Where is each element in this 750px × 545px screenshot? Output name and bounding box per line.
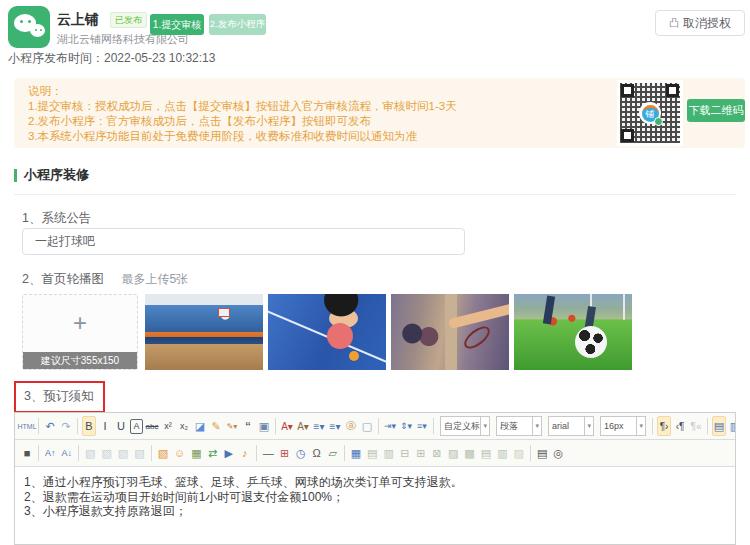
template-icon[interactable]: ▣ — [257, 416, 271, 436]
paragraph-spacing-icon[interactable]: ≡▾ — [415, 416, 429, 436]
blockquote-icon[interactable]: “ — [241, 416, 255, 436]
toolbar-separator — [378, 418, 379, 434]
toolbar-separator — [77, 418, 78, 434]
annotation-highlight-box: 3、预订须知 — [14, 381, 105, 413]
italic-icon[interactable]: I — [98, 416, 112, 436]
font-border-icon[interactable]: A — [130, 419, 143, 434]
unordered-list-icon[interactable]: ≡▾ — [328, 416, 342, 436]
rtl-direction-icon[interactable]: ‹¶ — [673, 416, 687, 436]
toolbar-separator — [38, 445, 39, 461]
carousel-image-badminton[interactable] — [391, 294, 509, 370]
to-lowercase-icon[interactable]: A↓ — [60, 443, 75, 463]
carousel-label: 2、首页轮播图 — [22, 272, 104, 286]
carousel-label-row: 2、首页轮播图 最多上传5张 — [22, 271, 188, 288]
carousel-row: + 建议尺寸355x150 — [22, 294, 637, 370]
carousel-image-football[interactable] — [514, 294, 632, 370]
scrawl-icon[interactable]: ⇄ — [206, 443, 220, 463]
insert-audio-icon[interactable]: ♪ — [238, 443, 252, 463]
font-family-dropdown[interactable]: arial▾ — [548, 416, 594, 436]
football-shape — [575, 326, 607, 358]
image-center-icon[interactable]: ▧ — [116, 443, 130, 463]
text-direction-icon[interactable]: ¶« — [689, 416, 703, 436]
insert-image-icon[interactable]: ▧ — [156, 443, 170, 463]
align-left-icon[interactable]: ▤ — [712, 416, 726, 436]
split-cells-icon[interactable]: ▩ — [462, 443, 476, 463]
format-brush-icon[interactable]: ✎ — [209, 416, 223, 436]
insert-date-icon[interactable]: ⊞ — [278, 443, 292, 463]
custom-title-dropdown[interactable]: 自定义标题▾ — [440, 416, 490, 436]
toolbar-separator — [344, 445, 345, 461]
line-height-icon[interactable]: ⇕▾ — [399, 416, 413, 436]
emotion-icon[interactable]: ☺ — [172, 443, 187, 463]
insert-map-icon[interactable]: ▱ — [326, 443, 340, 463]
special-chars-icon[interactable]: Ω — [310, 443, 324, 463]
section-title: 小程序装修 — [24, 166, 89, 184]
auto-typeset-icon[interactable]: ✎▾ — [225, 416, 239, 436]
align-center-icon[interactable]: ▥ — [728, 416, 735, 436]
subscript-icon[interactable]: x₂ — [177, 416, 191, 436]
editor-content-area[interactable]: 1、通过小程序预订羽毛球、篮球、足球、乒乓球、网球的场次类订单可支持退款。2、退… — [15, 467, 735, 545]
to-uppercase-icon[interactable]: A↑ — [43, 443, 58, 463]
cancel-auth-label: 取消授权 — [683, 15, 731, 32]
chevron-down-icon: ▾ — [532, 417, 541, 435]
carousel-image-basketball-court[interactable] — [145, 294, 263, 370]
editor-content-line: 1、通过小程序预订羽毛球、篮球、足球、乒乓球、网球的场次类订单可支持退款。 — [24, 475, 726, 490]
toolbar-separator — [652, 418, 653, 434]
insert-table-icon[interactable]: ▦ — [349, 443, 363, 463]
print-icon[interactable]: ▤ — [535, 443, 549, 463]
qr-center-logo: 铺 — [639, 102, 661, 124]
wechat-bubble-icon — [30, 24, 45, 37]
cancel-auth-button[interactable]: 凸 取消授权 — [655, 10, 745, 36]
announcement-input[interactable] — [22, 228, 465, 255]
plus-icon: + — [23, 309, 137, 337]
basketball-backboard-shape — [218, 308, 230, 317]
merge-cells-icon[interactable]: ▨ — [446, 443, 460, 463]
table-title-icon[interactable]: ▤ — [479, 443, 493, 463]
image-left-icon[interactable]: ▧ — [99, 443, 113, 463]
superscript-icon[interactable]: x² — [161, 416, 175, 436]
bold-icon[interactable]: B — [82, 416, 96, 436]
delete-col-icon[interactable]: ⊠ — [430, 443, 444, 463]
highlight-color-icon[interactable]: A▾ — [296, 416, 310, 436]
wechat-app-icon — [8, 6, 50, 48]
sort-table-icon[interactable]: ▥ — [495, 443, 509, 463]
image-right-icon[interactable]: ▧ — [132, 443, 146, 463]
font-size-dropdown-value: 16px — [601, 421, 636, 431]
ordered-list-icon[interactable]: ≡▾ — [312, 416, 326, 436]
eraser-icon[interactable]: ◪ — [193, 416, 207, 436]
insert-video-icon[interactable]: ▶ — [222, 443, 236, 463]
chevron-down-icon: ▾ — [636, 417, 645, 435]
indent-icon[interactable]: ⇥▾ — [383, 416, 397, 436]
fullscreen-icon[interactable]: ■ — [20, 443, 34, 463]
undo-icon[interactable]: ↶ — [43, 416, 57, 436]
horizontal-rule-icon[interactable]: — — [261, 443, 276, 463]
delete-row-icon[interactable]: ⊟ — [398, 443, 412, 463]
submit-review-button[interactable]: 1.提交审核 — [150, 14, 204, 35]
wechat-dot-icon — [654, 117, 663, 126]
image-manager-icon[interactable]: ▦ — [189, 443, 203, 463]
publish-miniprogram-button[interactable]: 2.发布小程序 — [209, 14, 266, 35]
word-image-icon[interactable]: ▨ — [512, 443, 526, 463]
anchor-icon[interactable]: ⓐ — [344, 416, 358, 436]
insert-row-icon[interactable]: ▥ — [382, 443, 396, 463]
image-none-icon[interactable]: ▧ — [83, 443, 97, 463]
app-title: 云上铺 — [57, 11, 99, 29]
delete-table-icon[interactable]: ▤ — [365, 443, 379, 463]
ltr-direction-icon[interactable]: ¶› — [657, 416, 671, 436]
carousel-image-table-tennis[interactable] — [268, 294, 386, 370]
redo-icon[interactable]: ↷ — [59, 416, 73, 436]
strikethrough-icon[interactable]: abc — [145, 416, 159, 436]
download-qr-button[interactable]: 下载二维码 — [687, 99, 745, 122]
font-color-icon[interactable]: A▾ — [280, 416, 294, 436]
font-size-dropdown[interactable]: 16px▾ — [600, 416, 646, 436]
announcement-label: 1、系统公告 — [22, 210, 91, 227]
clear-doc-icon[interactable]: ▢ — [360, 416, 374, 436]
source-code-button[interactable]: HTML — [20, 416, 34, 436]
chevron-down-icon: ▾ — [480, 417, 489, 435]
underline-icon[interactable]: U — [114, 416, 128, 436]
paragraph-dropdown[interactable]: 段落▾ — [496, 416, 542, 436]
preview-icon[interactable]: ◎ — [551, 443, 565, 463]
insert-col-icon[interactable]: ⊞ — [414, 443, 428, 463]
insert-time-icon[interactable]: ◷ — [294, 443, 308, 463]
upload-image-button[interactable]: + 建议尺寸355x150 — [22, 294, 138, 370]
